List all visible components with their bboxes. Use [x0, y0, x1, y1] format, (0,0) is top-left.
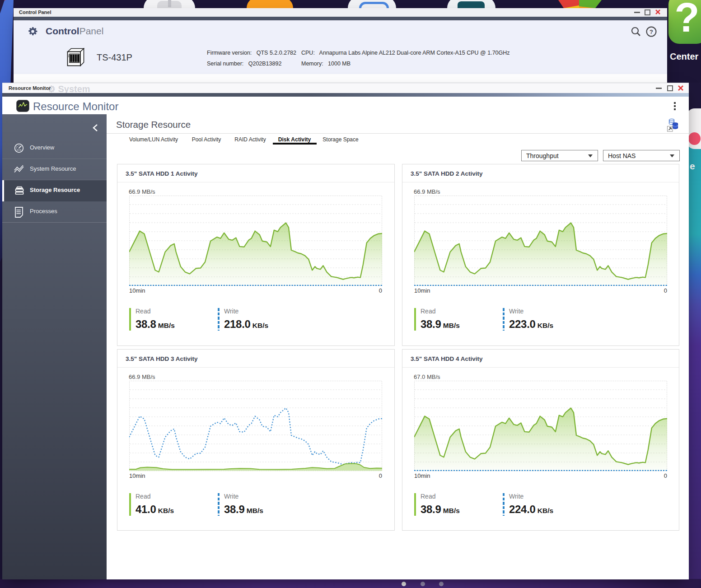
svg-text:?: ?	[650, 28, 653, 35]
